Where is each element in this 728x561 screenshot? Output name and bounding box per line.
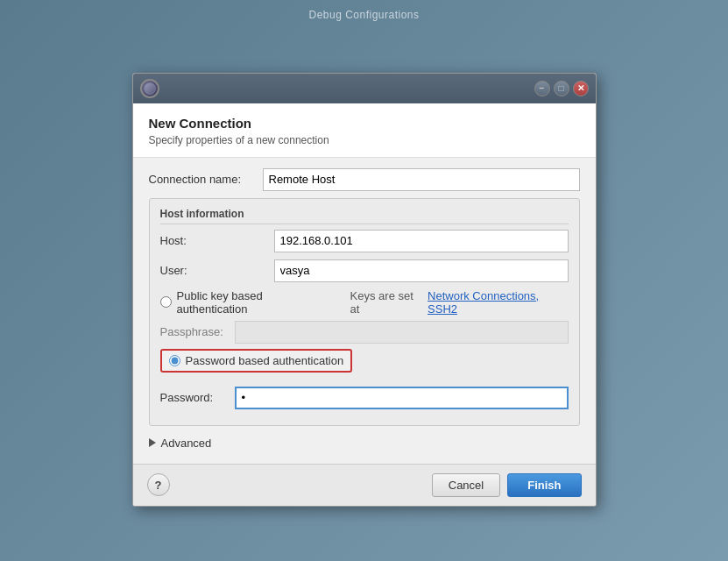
public-key-label: Public key based authentication [177,289,333,316]
maximize-button[interactable]: □ [554,81,569,96]
ssh2-link[interactable]: Network Connections, SSH2 [428,289,568,316]
public-key-radio[interactable] [160,296,172,308]
connection-name-input[interactable] [263,168,580,191]
app-icon [140,79,159,98]
footer-right: Cancel Finish [432,473,582,497]
app-icon-inner [144,82,156,95]
passphrase-row: Passphrase: [160,321,569,344]
host-section-group: Host information Host: User: Public key … [149,198,580,426]
dialog-body: Connection name: Host information Host: … [133,158,596,464]
public-key-row: Public key based authentication Keys are… [160,289,569,316]
host-section-label: Host information [160,208,569,224]
password-auth-box: Password based authentication [160,349,353,373]
dialog-title: New Connection [149,116,580,131]
password-auth-label: Password based authentication [186,354,344,367]
advanced-label: Advanced [161,437,212,450]
debug-title: Debug Configurations [308,9,419,21]
close-button[interactable]: ✕ [573,81,589,96]
host-label: Host: [160,234,274,247]
connection-name-label: Connection name: [149,173,263,186]
password-row: Password: [160,387,569,409]
passphrase-input[interactable] [235,321,569,344]
dialog: − □ ✕ New Connection Specify properties … [132,73,597,507]
advanced-row[interactable]: Advanced [149,433,580,453]
advanced-triangle-icon [149,438,156,447]
cancel-button[interactable]: Cancel [432,473,500,497]
user-label: User: [160,264,274,277]
connection-name-row: Connection name: [149,168,580,191]
minimize-button[interactable]: − [534,81,550,96]
dialog-header: New Connection Specify properties of a n… [133,103,596,158]
help-button[interactable]: ? [147,473,170,496]
password-auth-container: Password based authentication [160,349,569,380]
title-bar-controls: − □ ✕ [534,81,589,96]
password-input[interactable] [235,387,569,409]
title-bar: − □ ✕ [133,74,596,103]
password-auth-radio[interactable] [169,355,180,366]
user-input[interactable] [274,259,569,282]
host-input[interactable] [274,230,569,252]
dialog-subtitle: Specify properties of a new connection [149,134,580,146]
host-row: Host: [160,230,569,252]
ssh2-keys-prefix: Keys are set at [350,289,424,316]
user-row: User: [160,259,569,282]
passphrase-label: Passphrase: [160,325,235,338]
password-label: Password: [160,391,235,404]
dialog-footer: ? Cancel Finish [133,464,596,506]
finish-button[interactable]: Finish [507,473,581,497]
